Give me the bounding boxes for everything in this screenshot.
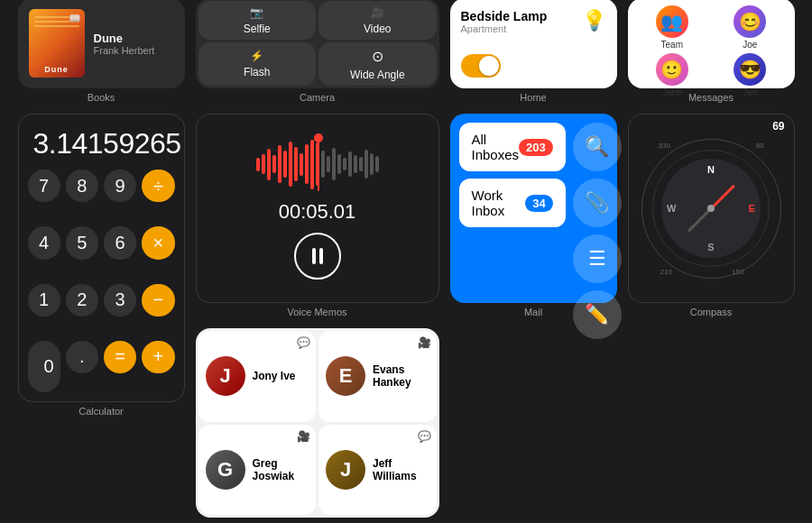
- search-icon: 🔍: [585, 135, 609, 159]
- calculator-display: 3.14159265: [28, 124, 175, 164]
- calc-btn-5[interactable]: 5: [66, 226, 98, 259]
- home-widget[interactable]: Bedside Lamp Apartment 💡: [450, 0, 617, 88]
- contact-jeff-williams[interactable]: J Jeff Williams 💬: [318, 425, 437, 516]
- waveform-bar: [289, 142, 292, 187]
- flash-label: Flash: [244, 66, 270, 78]
- calc-btn-multiply[interactable]: ×: [142, 226, 174, 259]
- waveform-bar: [370, 153, 374, 175]
- waveform-bar: [300, 153, 303, 176]
- video-label: Video: [364, 23, 391, 35]
- contact-name-evans: Evans Hankey: [373, 363, 429, 389]
- video-button[interactable]: 🎥 Video: [318, 1, 437, 40]
- calc-btn-decimal[interactable]: .: [66, 341, 98, 373]
- selfie-button[interactable]: 📷 Selfie: [198, 1, 317, 40]
- flash-icon: ⚡: [250, 50, 263, 62]
- books-widget[interactable]: 📖 Dune Dune Frank Herbert: [18, 0, 185, 88]
- calc-btn-6[interactable]: 6: [104, 226, 136, 259]
- contact-avatar-jeff: J: [326, 450, 365, 490]
- calculator-label: Calculator: [18, 406, 185, 417]
- work-inbox-button[interactable]: Work Inbox 34: [459, 179, 566, 227]
- waveform: [208, 137, 428, 191]
- compass-degree: 69: [772, 120, 784, 133]
- calc-btn-8[interactable]: 8: [66, 170, 98, 202]
- contact-name-jeff: Jeff Williams: [373, 457, 429, 482]
- avatar-jane: 🙂: [656, 53, 688, 86]
- waveform-bar: [343, 158, 346, 170]
- books-label: Books: [18, 92, 185, 103]
- book-cover: 📖 Dune: [29, 9, 85, 78]
- contact-jen[interactable]: 😎 Jen: [713, 53, 788, 97]
- all-inboxes-badge: 203: [519, 139, 553, 156]
- attachment-icon: 📎: [585, 191, 609, 215]
- book-author: Frank Herbert: [94, 45, 155, 56]
- voice-memos-widget[interactable]: 00:05.01: [196, 114, 439, 303]
- waveform-bar: [262, 154, 265, 174]
- calc-btn-equals[interactable]: =: [104, 341, 136, 373]
- waveform-bar: [354, 155, 357, 173]
- calc-btn-7[interactable]: 7: [28, 170, 60, 202]
- play-pause-button[interactable]: [294, 233, 341, 280]
- mail-widget: All Inboxes 203 🔍 Work Inbox 34 📎 ☰ ✏️: [450, 114, 617, 303]
- list-mail-button[interactable]: ☰: [573, 234, 622, 283]
- calc-btn-0[interactable]: 0: [28, 341, 60, 392]
- calc-btn-3[interactable]: 3: [104, 284, 136, 317]
- calc-btn-2[interactable]: 2: [66, 284, 98, 317]
- contact-name-jony: Jony Ive: [253, 370, 296, 382]
- pause-icon: [312, 248, 323, 264]
- waveform-bar: [283, 151, 287, 178]
- calculator-widget-wrapper: 3.14159265 7 8 9 ÷ 4 5 6 × 1 2 3 − 0 . =…: [18, 114, 185, 523]
- compass-inner: N S E W: [652, 150, 770, 267]
- middle-column: 00:05.01 Voice Memos J Jony Ive 💬: [196, 114, 439, 523]
- contact-jony-ive[interactable]: J Jony Ive 💬: [198, 331, 317, 422]
- contacts-widget-wrapper: J Jony Ive 💬 E Evans Hankey 🎥 G Greg Jos…: [196, 328, 439, 523]
- calc-btn-divide[interactable]: ÷: [142, 170, 174, 202]
- messages-widget-wrapper: 👥 Team 😊 Joe 🙂 Jane 😎 Jen Messages: [628, 0, 795, 103]
- work-inbox-badge: 34: [525, 195, 552, 212]
- calc-btn-add[interactable]: +: [142, 341, 174, 373]
- home-header: Bedside Lamp Apartment 💡: [461, 9, 606, 34]
- waveform-bar: [305, 144, 309, 184]
- attachment-mail-button[interactable]: 📎: [573, 179, 622, 227]
- voice-memos-label: Voice Memos: [196, 307, 439, 317]
- book-open-icon: 📖: [69, 13, 81, 24]
- waveform-bar: [272, 155, 276, 173]
- waveform-bar: [332, 148, 336, 180]
- calc-btn-1[interactable]: 1: [28, 284, 60, 317]
- messages-widget: 👥 Team 😊 Joe 🙂 Jane 😎 Jen: [628, 0, 795, 88]
- calc-btn-4[interactable]: 4: [28, 226, 60, 259]
- contact-evans-hankey[interactable]: E Evans Hankey 🎥: [318, 331, 437, 422]
- search-mail-button[interactable]: 🔍: [573, 123, 622, 171]
- contact-team[interactable]: 👥 Team: [635, 5, 710, 50]
- contact-avatar-evans: E: [326, 356, 365, 396]
- wide-angle-button[interactable]: ⊙ Wide Angle: [318, 42, 437, 86]
- flash-button[interactable]: ⚡ Flash: [198, 42, 317, 86]
- contact-avatar-jony: J: [206, 356, 245, 396]
- calculator-widget: 3.14159265 7 8 9 ÷ 4 5 6 × 1 2 3 − 0 . =…: [18, 114, 185, 402]
- all-inboxes-button[interactable]: All Inboxes 203: [459, 123, 566, 171]
- message-indicator-jony: 💬: [297, 336, 310, 349]
- contact-jane[interactable]: 🙂 Jane: [635, 53, 710, 97]
- waveform-bar: [294, 147, 298, 181]
- home-toggle[interactable]: [461, 54, 501, 78]
- messages-label: Messages: [628, 92, 795, 103]
- contact-avatar-greg: G: [206, 450, 245, 490]
- book-info: Dune Frank Herbert: [94, 32, 155, 56]
- mail-widget-wrapper: All Inboxes 203 🔍 Work Inbox 34 📎 ☰ ✏️ M…: [450, 114, 617, 523]
- mail-label: Mail: [450, 307, 617, 317]
- selfie-icon: 📷: [250, 6, 263, 19]
- compass-center-dot: [707, 205, 715, 212]
- compass-ring: 90 150 210 330 N S E W: [641, 139, 781, 279]
- book-title: Dune: [94, 32, 155, 45]
- work-inbox-label: Work Inbox: [472, 188, 526, 218]
- calc-btn-9[interactable]: 9: [104, 170, 136, 202]
- book-cover-title: Dune: [44, 65, 69, 74]
- waveform-bar: [278, 145, 281, 183]
- contact-joe[interactable]: 😊 Joe: [713, 5, 788, 50]
- contact-greg-joswiak[interactable]: G Greg Joswiak 🎥: [198, 425, 317, 516]
- compass-widget: 69 90 150 210 330 N S E W: [628, 114, 795, 303]
- contact-name-greg: Greg Joswiak: [253, 457, 309, 482]
- calc-btn-subtract[interactable]: −: [142, 284, 174, 317]
- waveform-bar: [348, 151, 352, 177]
- list-icon: ☰: [588, 247, 606, 271]
- video-icon: 🎥: [371, 6, 384, 19]
